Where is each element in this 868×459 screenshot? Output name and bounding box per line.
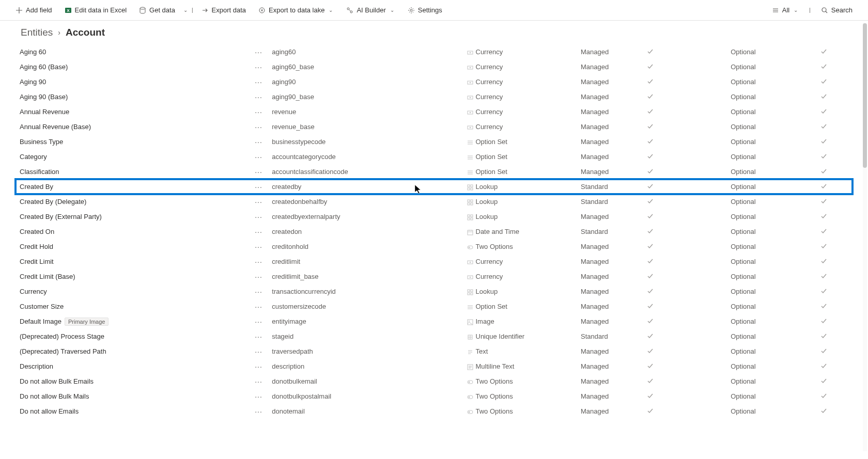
settings-button[interactable]: Settings bbox=[402, 3, 447, 17]
search-button[interactable]: Search bbox=[816, 3, 858, 17]
search-icon bbox=[821, 7, 828, 14]
more-actions-button[interactable]: ··· bbox=[250, 74, 268, 89]
field-type: Currency bbox=[463, 254, 577, 269]
more-actions-button[interactable]: ··· bbox=[250, 164, 268, 179]
field-requirement: Optional bbox=[726, 134, 816, 149]
field-schema-name: description bbox=[268, 359, 462, 374]
table-row[interactable]: Category···accountcategorycodeOption Set… bbox=[16, 149, 853, 164]
more-actions-button[interactable]: ··· bbox=[250, 224, 268, 239]
more-actions-button[interactable]: ··· bbox=[250, 194, 268, 209]
svg-point-19 bbox=[469, 126, 470, 128]
field-schema-name: aging90_base bbox=[268, 89, 462, 104]
field-managed: Standard bbox=[577, 224, 643, 239]
svg-point-48 bbox=[468, 381, 470, 383]
more-actions-button[interactable]: ··· bbox=[250, 119, 268, 134]
more-actions-button[interactable]: ··· bbox=[250, 254, 268, 269]
table-row[interactable]: Default ImagePrimary Image···entityimage… bbox=[16, 314, 853, 329]
field-type: Lookup bbox=[463, 194, 577, 209]
table-row[interactable]: Annual Revenue···revenueCurrencyManagedO… bbox=[16, 104, 853, 119]
table-row[interactable]: Do not allow Emails···donotemailTwo Opti… bbox=[16, 404, 853, 419]
more-actions-button[interactable]: ··· bbox=[250, 284, 268, 299]
more-actions-button[interactable]: ··· bbox=[250, 269, 268, 284]
table-row[interactable]: (Deprecated) Process Stage···stageidUniq… bbox=[16, 329, 853, 344]
table-row[interactable]: Credit Hold···creditonholdTwo OptionsMan… bbox=[16, 239, 853, 254]
more-actions-button[interactable]: ··· bbox=[250, 44, 268, 59]
more-actions-button[interactable]: ··· bbox=[250, 329, 268, 344]
table-row[interactable]: Aging 90 (Base)···aging90_baseCurrencyMa… bbox=[16, 89, 853, 104]
more-actions-button[interactable]: ··· bbox=[250, 89, 268, 104]
get-data-button[interactable]: Get data bbox=[134, 3, 180, 17]
svg-point-4 bbox=[347, 8, 349, 10]
field-type-label: Date and Time bbox=[476, 228, 520, 235]
more-actions-button[interactable]: ··· bbox=[250, 134, 268, 149]
more-actions-button[interactable]: ··· bbox=[250, 374, 268, 389]
field-managed: Managed bbox=[577, 404, 643, 419]
chevron-down-icon[interactable]: ⌄ bbox=[182, 7, 189, 13]
chevron-down-icon: ⌄ bbox=[328, 7, 334, 13]
more-actions-button[interactable]: ··· bbox=[250, 344, 268, 359]
more-actions-button[interactable]: ··· bbox=[250, 314, 268, 329]
field-type-label: Currency bbox=[476, 78, 503, 86]
checkmark-icon bbox=[820, 318, 827, 326]
export-lake-button[interactable]: Export to data lake ⌄ bbox=[253, 3, 339, 17]
svg-point-44 bbox=[469, 321, 470, 322]
more-actions-button[interactable]: ··· bbox=[250, 359, 268, 374]
add-field-button[interactable]: Add field bbox=[10, 3, 57, 17]
table-row[interactable]: Credit Limit···creditlimitCurrencyManage… bbox=[16, 254, 853, 269]
field-managed: Managed bbox=[577, 74, 643, 89]
datetime-icon bbox=[467, 229, 473, 235]
more-actions-button[interactable]: ··· bbox=[250, 209, 268, 224]
breadcrumb-root[interactable]: Entities bbox=[21, 27, 53, 38]
more-actions-button[interactable]: ··· bbox=[250, 299, 268, 314]
table-row[interactable]: (Deprecated) Traversed Path···traversedp… bbox=[16, 344, 853, 359]
table-row[interactable]: Classification···accountclassificationco… bbox=[16, 164, 853, 179]
more-actions-button[interactable]: ··· bbox=[250, 149, 268, 164]
more-actions-button[interactable]: ··· bbox=[250, 404, 268, 419]
field-type-label: Lookup bbox=[476, 183, 498, 191]
field-managed: Standard bbox=[577, 194, 643, 209]
more-actions-button[interactable]: ··· bbox=[250, 389, 268, 404]
more-actions-button[interactable]: ··· bbox=[250, 239, 268, 254]
field-managed: Managed bbox=[577, 164, 643, 179]
table-row[interactable]: Created By···createdbyLookupStandardOpti… bbox=[16, 179, 853, 194]
table-row[interactable]: Do not allow Bulk Emails···donotbulkemai… bbox=[16, 374, 853, 389]
table-row[interactable]: Credit Limit (Base)···creditlimit_baseCu… bbox=[16, 269, 853, 284]
more-actions-button[interactable]: ··· bbox=[250, 59, 268, 74]
table-row[interactable]: Created On···createdonDate and TimeStand… bbox=[16, 224, 853, 239]
table-row[interactable]: Created By (Delegate)···createdonbehalfb… bbox=[16, 194, 853, 209]
divider: | bbox=[191, 7, 194, 13]
customizable-check bbox=[643, 74, 727, 89]
edit-excel-button[interactable]: X Edit data in Excel bbox=[59, 3, 132, 17]
field-managed: Managed bbox=[577, 239, 643, 254]
all-filter-button[interactable]: All ⌄ bbox=[767, 3, 804, 17]
table-row[interactable]: Annual Revenue (Base)···revenue_baseCurr… bbox=[16, 119, 853, 134]
field-requirement: Optional bbox=[726, 104, 816, 119]
table-row[interactable]: Currency···transactioncurrencyidLookupMa… bbox=[16, 284, 853, 299]
field-schema-name: traversedpath bbox=[268, 344, 462, 359]
customizable-check bbox=[643, 314, 727, 329]
svg-rect-42 bbox=[471, 293, 473, 295]
vertical-scrollbar[interactable] bbox=[863, 23, 867, 451]
table-row[interactable]: Business Type···businesstypecodeOption S… bbox=[16, 134, 853, 149]
field-schema-name: creditlimit_base bbox=[268, 269, 462, 284]
table-row[interactable]: Description···descriptionMultiline TextM… bbox=[16, 359, 853, 374]
table-row[interactable]: Aging 60···aging60CurrencyManagedOptiona… bbox=[16, 44, 853, 59]
table-row[interactable]: Aging 90···aging90CurrencyManagedOptiona… bbox=[16, 74, 853, 89]
checkmark-icon bbox=[647, 183, 654, 191]
checkmark-icon bbox=[647, 108, 654, 116]
svg-rect-30 bbox=[468, 218, 470, 220]
table-row[interactable]: Created By (External Party)···createdbye… bbox=[16, 209, 853, 224]
field-type-label: Lookup bbox=[476, 288, 498, 295]
customizable-check bbox=[643, 149, 727, 164]
searchable-check bbox=[816, 194, 853, 209]
more-actions-button[interactable]: ··· bbox=[250, 104, 268, 119]
scrollbar-thumb[interactable] bbox=[863, 23, 867, 168]
ai-builder-button[interactable]: AI Builder ⌄ bbox=[341, 3, 400, 17]
export-data-button[interactable]: Export data bbox=[196, 3, 252, 17]
table-row[interactable]: Aging 60 (Base)···aging60_baseCurrencyMa… bbox=[16, 59, 853, 74]
more-actions-button[interactable]: ··· bbox=[250, 179, 268, 194]
table-row[interactable]: Do not allow Bulk Mails···donotbulkposta… bbox=[16, 389, 853, 404]
table-row[interactable]: Customer Size···customersizecodeOption S… bbox=[16, 299, 853, 314]
checkmark-icon bbox=[820, 363, 827, 371]
field-requirement: Optional bbox=[726, 359, 816, 374]
